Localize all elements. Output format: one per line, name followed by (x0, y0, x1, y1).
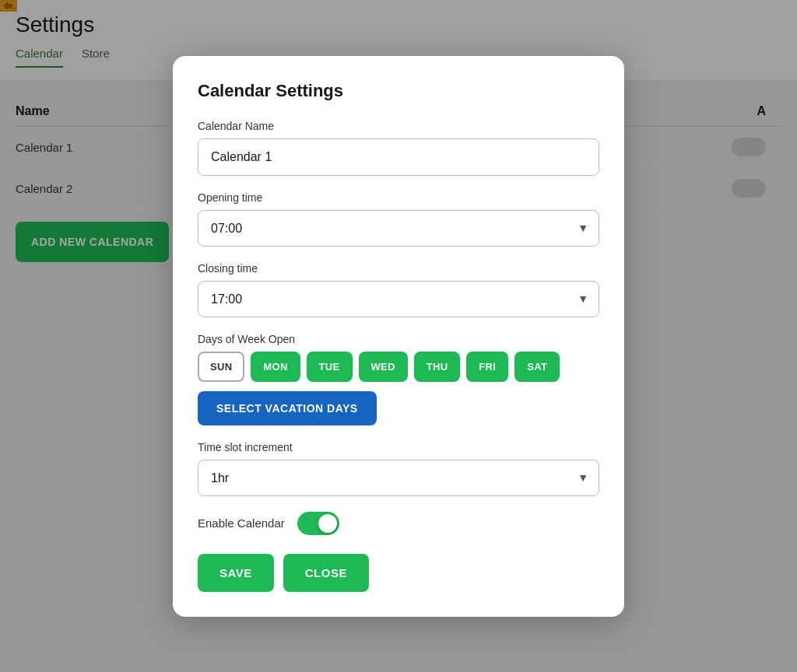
timeslot-select[interactable]: 30min 1hr 2hr (198, 460, 599, 496)
closing-time-select[interactable]: 17:00 18:00 19:00 (198, 281, 599, 317)
toggle-knob (318, 514, 337, 533)
opening-time-select[interactable]: 07:00 08:00 09:00 (198, 210, 599, 247)
action-buttons: SAVE CLOSE (198, 554, 599, 592)
save-button[interactable]: SAVE (198, 554, 274, 592)
enable-calendar-row: Enable Calendar (198, 512, 599, 535)
day-btn-sat[interactable]: SAT (514, 352, 560, 382)
days-of-week-group: Days of Week Open SUN MON TUE WED THU FR… (198, 333, 599, 425)
day-btn-tue[interactable]: TUE (307, 352, 353, 382)
day-btn-wed[interactable]: WED (359, 352, 408, 382)
days-of-week-label: Days of Week Open (198, 333, 599, 345)
days-of-week-buttons: SUN MON TUE WED THU FRI SAT (198, 352, 599, 382)
select-vacation-days-button[interactable]: SELECT VACATION DAYS (198, 391, 377, 425)
day-btn-mon[interactable]: MON (251, 352, 300, 382)
timeslot-group: Time slot increment 30min 1hr 2hr ▼ (198, 441, 599, 496)
enable-calendar-label: Enable Calendar (198, 516, 285, 530)
enable-calendar-toggle[interactable] (297, 512, 339, 535)
calendar-settings-modal: Calendar Settings Calendar Name Opening … (173, 56, 624, 617)
close-button[interactable]: CLOSE (283, 554, 369, 592)
calendar-name-input[interactable] (198, 138, 599, 176)
closing-time-group: Closing time 17:00 18:00 19:00 ▼ (198, 262, 599, 317)
closing-time-label: Closing time (198, 262, 599, 275)
day-btn-sun[interactable]: SUN (198, 352, 244, 382)
opening-time-label: Opening time (198, 191, 599, 204)
opening-time-select-wrapper: 07:00 08:00 09:00 ▼ (198, 210, 599, 247)
closing-time-select-wrapper: 17:00 18:00 19:00 ▼ (198, 281, 599, 317)
modal-title: Calendar Settings (198, 81, 599, 101)
timeslot-label: Time slot increment (198, 441, 599, 453)
day-btn-fri[interactable]: FRI (466, 352, 508, 382)
calendar-name-group: Calendar Name (198, 120, 599, 176)
opening-time-group: Opening time 07:00 08:00 09:00 ▼ (198, 191, 599, 247)
calendar-name-label: Calendar Name (198, 120, 599, 132)
modal-overlay: Calendar Settings Calendar Name Opening … (0, 0, 797, 672)
day-btn-thu[interactable]: THU (414, 352, 461, 382)
timeslot-select-wrapper: 30min 1hr 2hr ▼ (198, 460, 599, 496)
